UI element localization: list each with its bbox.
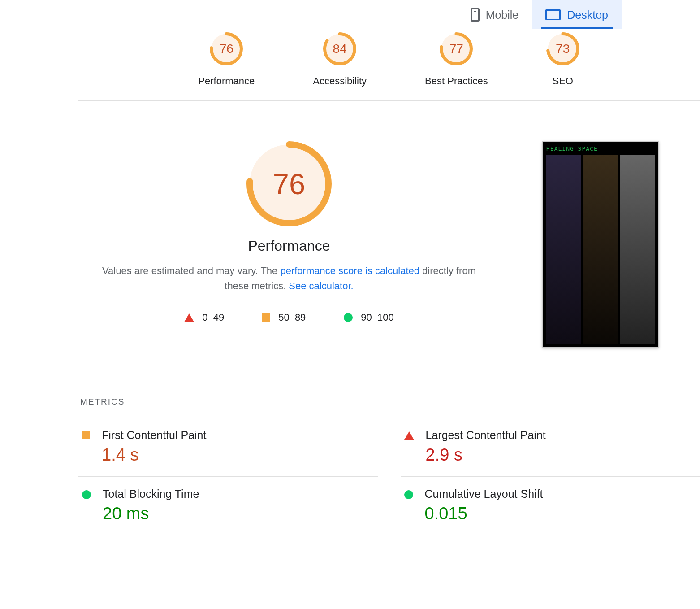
legend-average: 50–89 [262, 312, 306, 323]
tab-mobile[interactable]: Mobile [457, 0, 532, 29]
gauge-ring-main: 76 [246, 141, 332, 226]
metric-value: 20 ms [103, 504, 199, 523]
metric-name: First Contentful Paint [102, 429, 206, 442]
metric-value: 2.9 s [426, 445, 546, 465]
tab-desktop[interactable]: Desktop [532, 0, 622, 29]
performance-section: 76 Performance Values are estimated and … [78, 101, 700, 348]
perf-desc-text: Values are estimated and may vary. The [102, 265, 280, 276]
gauge-ring-best-practices: 77 [440, 32, 473, 65]
performance-summary: 76 Performance Values are estimated and … [94, 141, 484, 323]
gauge-label: SEO [552, 75, 573, 87]
gauge-performance[interactable]: 76 Performance [198, 32, 255, 87]
screenshot-panels [546, 155, 655, 344]
gauge-ring-performance: 76 [210, 32, 243, 65]
metric-value: 0.015 [425, 504, 543, 523]
legend-poor-label: 0–49 [202, 312, 224, 323]
legend-average-label: 50–89 [278, 312, 306, 323]
metric-name: Largest Contentful Paint [426, 429, 546, 442]
tab-desktop-label: Desktop [567, 9, 608, 22]
circle-icon [344, 313, 353, 322]
metrics-grid: First Contentful Paint 1.4 s Total Block… [78, 418, 700, 535]
circle-icon [82, 490, 91, 499]
gauge-label: Accessibility [313, 75, 367, 87]
performance-title: Performance [248, 238, 330, 254]
page-screenshot: HEALING SPACE [542, 141, 659, 348]
gauge-label: Best Practices [425, 75, 488, 87]
gauge-ring-seo: 73 [546, 32, 579, 65]
gauge-label: Performance [198, 75, 255, 87]
legend-good: 90–100 [344, 312, 393, 323]
link-score-calculated[interactable]: performance score is calculated [280, 265, 419, 276]
square-icon [262, 313, 270, 322]
screenshot-caption: HEALING SPACE [546, 145, 655, 152]
link-see-calculator[interactable]: See calculator. [289, 280, 353, 291]
gauge-seo[interactable]: 73 SEO [546, 32, 579, 87]
desktop-icon [545, 9, 561, 20]
metric-fcp[interactable]: First Contentful Paint 1.4 s [78, 418, 378, 476]
metric-tbt[interactable]: Total Blocking Time 20 ms [78, 476, 378, 535]
mobile-icon [471, 8, 480, 22]
score-legend: 0–49 50–89 90–100 [184, 312, 394, 323]
gauge-ring-accessibility: 84 [323, 32, 356, 65]
metric-cls[interactable]: Cumulative Layout Shift 0.015 [401, 476, 700, 535]
category-gauges: 76 Performance 84 Accessibility 77 Best … [78, 29, 700, 101]
gauge-accessibility[interactable]: 84 Accessibility [313, 32, 367, 87]
tab-mobile-label: Mobile [486, 9, 519, 22]
triangle-icon [184, 313, 194, 322]
square-icon [82, 431, 90, 439]
metric-lcp[interactable]: Largest Contentful Paint 2.9 s [401, 418, 700, 476]
legend-poor: 0–49 [184, 312, 224, 323]
metric-name: Total Blocking Time [103, 487, 199, 500]
gauge-best-practices[interactable]: 77 Best Practices [425, 32, 488, 87]
metrics-column-right: Largest Contentful Paint 2.9 s Cumulativ… [401, 418, 700, 535]
performance-description: Values are estimated and may vary. The p… [94, 263, 484, 294]
metrics-header: METRICS [80, 397, 700, 407]
legend-good-label: 90–100 [361, 312, 393, 323]
divider [513, 164, 513, 258]
device-tabs: Mobile Desktop [78, 0, 700, 29]
circle-icon [404, 490, 413, 499]
triangle-icon [404, 431, 414, 440]
metrics-column-left: First Contentful Paint 1.4 s Total Block… [78, 418, 378, 535]
metric-name: Cumulative Layout Shift [425, 487, 543, 500]
metric-value: 1.4 s [102, 445, 206, 465]
